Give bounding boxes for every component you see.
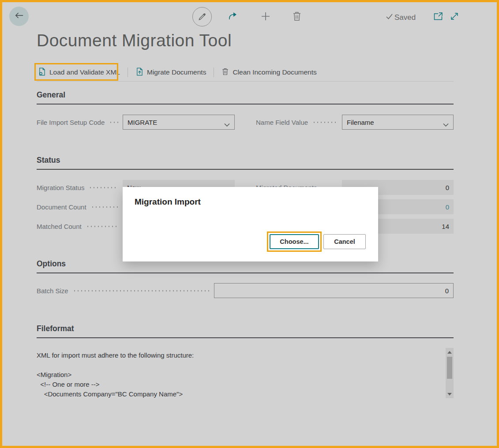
app-window: Saved Document Migration Tool Load and V… [0,0,499,448]
choose-button[interactable]: Choose... [270,234,319,249]
dialog-title: Migration Import [135,197,201,207]
cancel-button[interactable]: Cancel [323,234,366,249]
migration-import-dialog: Migration Import Choose... Cancel [123,187,378,261]
